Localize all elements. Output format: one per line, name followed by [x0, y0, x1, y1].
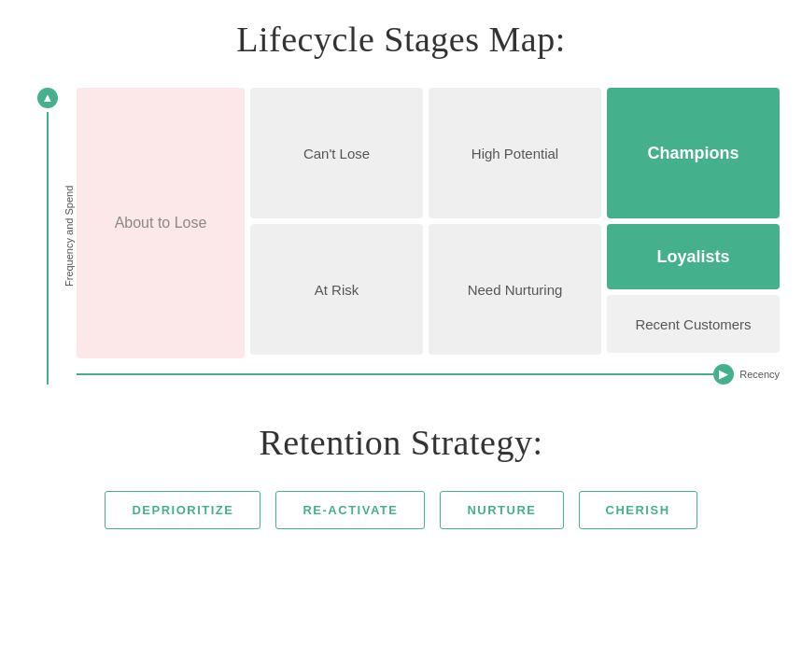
cherish-button[interactable]: CHERISH — [579, 491, 697, 529]
cell-cant-lose: Can't Lose — [250, 88, 423, 218]
deprioritize-button[interactable]: DEPRIORITIZE — [105, 491, 260, 529]
center-mid-col: High Potential Need Nurturing — [429, 88, 601, 358]
y-axis-label: Frequency and Spend — [63, 88, 75, 385]
x-axis-arrow-icon: ▶ — [713, 364, 734, 385]
y-axis-line — [47, 112, 49, 385]
strategy-buttons: DEPRIORITIZE RE-ACTIVATE NURTURE CHERISH — [28, 491, 774, 529]
main-title: Lifecycle Stages Map: — [28, 19, 774, 60]
retention-title: Retention Strategy: — [28, 422, 774, 463]
cell-need-nurturing: Need Nurturing — [429, 224, 601, 355]
cell-about-to-lose: About to Lose — [77, 88, 245, 358]
cell-high-potential: High Potential — [429, 88, 601, 218]
cell-champions: Champions — [607, 88, 780, 218]
grid-area: About to Lose Can't Lose At Risk High Po… — [77, 88, 780, 385]
cell-recent-customers: Recent Customers — [607, 295, 780, 353]
nurture-button[interactable]: NURTURE — [440, 491, 563, 529]
x-axis-line — [77, 373, 713, 375]
retention-section: Retention Strategy: DEPRIORITIZE RE-ACTI… — [28, 422, 774, 529]
x-axis: ▶ Recency — [77, 364, 780, 385]
grid-main: About to Lose Can't Lose At Risk High Po… — [77, 88, 780, 358]
cell-loyalists: Loyalists — [607, 224, 780, 289]
center-col: Can't Lose At Risk — [250, 88, 423, 358]
map-section: ▲ Frequency and Spend About to Lose Can'… — [28, 88, 774, 385]
reactivate-button[interactable]: RE-ACTIVATE — [275, 491, 425, 529]
y-axis-arrow-icon: ▲ — [37, 88, 58, 108]
cell-at-risk: At Risk — [250, 224, 423, 355]
page-container: Lifecycle Stages Map: ▲ Frequency and Sp… — [0, 0, 802, 557]
x-axis-label: Recency — [739, 369, 780, 380]
right-col: Champions Loyalists Recent Customers — [607, 88, 780, 358]
y-axis: ▲ — [37, 88, 58, 385]
